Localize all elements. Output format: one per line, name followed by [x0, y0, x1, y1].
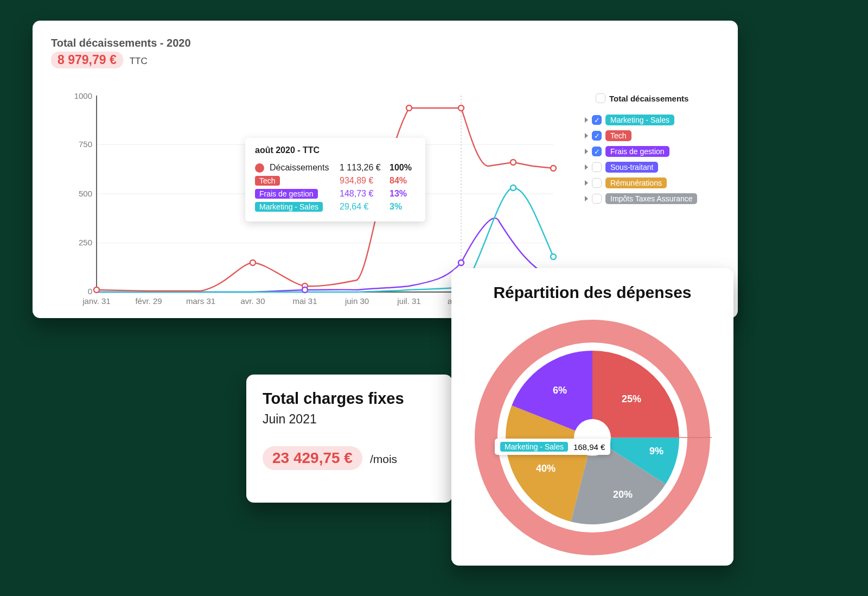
checkbox-icon[interactable]: ✓: [592, 131, 602, 141]
svg-text:20%: 20%: [613, 489, 633, 500]
checkbox-icon[interactable]: ✓: [592, 147, 602, 156]
checkbox-icon[interactable]: [592, 178, 602, 188]
tooltip-total-pct: 100%: [390, 163, 416, 173]
legend-item-tech[interactable]: ✓ Tech: [585, 130, 717, 141]
legend-item-marketing[interactable]: ✓ Marketing - Sales: [585, 115, 717, 125]
tooltip-total-value: 1 113,26 €: [340, 163, 384, 173]
chevron-right-icon: [585, 133, 588, 138]
pill-marketing: Marketing - Sales: [255, 202, 323, 212]
fixed-amount-badge: 23 429,75 €: [263, 446, 362, 470]
chevron-right-icon: [585, 196, 588, 201]
pie-tooltip-value: 168,94 €: [573, 442, 605, 452]
chevron-right-icon: [585, 149, 588, 154]
tooltip-frais-value: 148,73 €: [340, 189, 384, 199]
chevron-right-icon: [585, 180, 588, 186]
svg-text:juin 30: juin 30: [344, 296, 369, 306]
total-amount-badge: 8 979,79 €: [51, 52, 123, 68]
tooltip-total-label: Décaissements: [270, 163, 334, 173]
legend-panel: Total décaissements ✓ Marketing - Sales …: [585, 93, 717, 209]
svg-point-22: [406, 105, 412, 111]
pie-tooltip-pill: Marketing - Sales: [500, 442, 568, 452]
svg-text:0: 0: [88, 287, 92, 296]
svg-point-27: [458, 260, 464, 265]
svg-text:mai 31: mai 31: [292, 296, 317, 306]
tooltip-title: août 2020 - TTC: [255, 145, 416, 155]
checkbox-icon[interactable]: ✓: [592, 115, 602, 125]
chevron-right-icon: [585, 164, 588, 170]
svg-text:25%: 25%: [622, 394, 641, 404]
fixed-title: Total charges fixes: [263, 390, 436, 408]
svg-point-24: [510, 160, 516, 165]
pie-chart[interactable]: 25% 9% 20% 40% 6% Marketing - Sales 168,…: [468, 307, 717, 557]
pie-title: Répartition des dépenses: [464, 283, 720, 302]
chevron-right-icon: [585, 117, 588, 123]
tooltip-marketing-value: 29,64 €: [340, 202, 384, 212]
svg-text:juil. 31: juil. 31: [397, 296, 420, 306]
pill-frais: Frais de gestion: [255, 189, 318, 199]
svg-text:9%: 9%: [649, 446, 663, 456]
svg-text:janv. 31: janv. 31: [82, 296, 110, 306]
checkbox-icon[interactable]: [592, 194, 602, 204]
svg-point-20: [250, 260, 256, 265]
chart-tooltip: août 2020 - TTC Décaissements 1 113,26 €…: [245, 138, 425, 221]
svg-text:avr. 30: avr. 30: [240, 296, 265, 306]
svg-text:1000: 1000: [74, 91, 92, 100]
legend-item-impots[interactable]: Impôts Taxes Assurance: [585, 193, 717, 204]
svg-point-25: [551, 166, 556, 171]
svg-text:40%: 40%: [536, 463, 556, 474]
tooltip-tech-pct: 84%: [390, 176, 416, 186]
svg-point-19: [94, 287, 99, 293]
legend-item-soustraitant[interactable]: Sous-traitant: [585, 162, 717, 173]
svg-text:500: 500: [79, 189, 92, 198]
legend-total-label: Total décaissements: [609, 94, 688, 103]
pie-tooltip: Marketing - Sales 168,94 €: [495, 439, 610, 455]
legend-check-total[interactable]: [596, 93, 605, 103]
expense-breakdown-pie-card: Répartition des dépenses: [451, 268, 733, 566]
svg-point-30: [510, 185, 516, 191]
pill-tech: Tech: [255, 176, 280, 186]
svg-text:févr. 29: févr. 29: [135, 296, 162, 306]
dot-icon: [255, 163, 264, 173]
fixed-subtitle: Juin 2021: [263, 412, 436, 427]
legend-item-frais[interactable]: ✓ Frais de gestion: [585, 146, 717, 157]
svg-point-26: [302, 287, 308, 293]
tooltip-tech-value: 934,89 €: [340, 176, 384, 186]
svg-text:250: 250: [79, 238, 92, 247]
checkbox-icon[interactable]: [592, 162, 602, 172]
svg-point-23: [458, 105, 464, 111]
per-month-label: /mois: [370, 453, 397, 466]
card-title: Total décaissements - 2020: [51, 37, 719, 49]
svg-text:750: 750: [79, 140, 92, 149]
fixed-charges-card: Total charges fixes Juin 2021 23 429,75 …: [246, 375, 452, 503]
ttc-label: TTC: [130, 56, 148, 67]
svg-text:6%: 6%: [553, 385, 567, 396]
svg-text:mars 31: mars 31: [186, 296, 215, 306]
legend-item-remunerations[interactable]: Rémunérations: [585, 177, 717, 188]
tooltip-frais-pct: 13%: [390, 189, 416, 199]
svg-point-31: [551, 254, 556, 259]
tooltip-marketing-pct: 3%: [390, 202, 416, 212]
